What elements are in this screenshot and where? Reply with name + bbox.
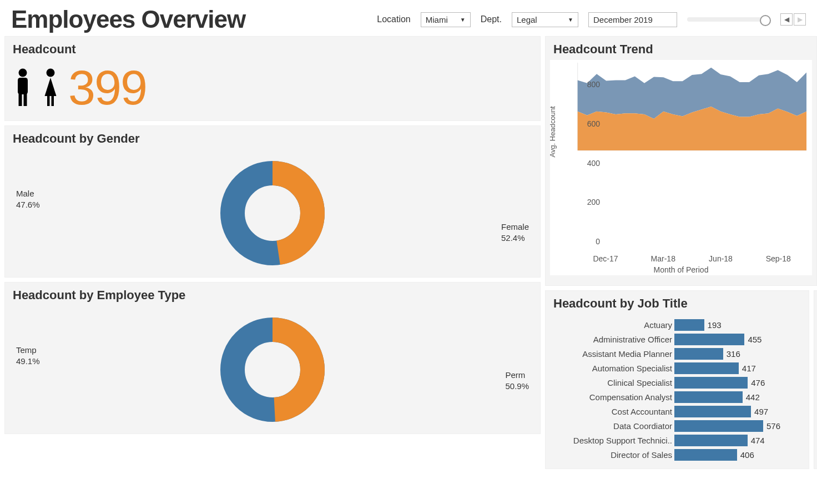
job-bar	[674, 334, 744, 345]
job-row[interactable]: Compensation Analyst442	[551, 390, 803, 404]
job-row[interactable]: Automation Specialist417	[551, 361, 803, 375]
panel-job-title: Headcount by Job Title Actuary193Adminis…	[545, 290, 809, 469]
jobs-title: Headcount by Job Title	[546, 291, 809, 314]
job-bar-wrap: 417	[674, 362, 803, 374]
page-title: Employees Overview	[11, 6, 245, 33]
emptype-donut-svg	[217, 314, 328, 425]
job-bar	[674, 420, 763, 432]
job-name: Automation Specialist	[551, 364, 672, 373]
male-label: Male	[16, 189, 34, 198]
emptype-donut[interactable]: Temp 49.1% Perm 50.9%	[5, 306, 540, 434]
panel-gender: Headcount by Gender Male 47.6% Female 52…	[4, 125, 541, 278]
period-slider[interactable]	[687, 17, 770, 22]
dept-label: Dept.	[481, 14, 502, 24]
temp-label: Temp	[16, 345, 37, 355]
xtick: Mar-18	[651, 254, 675, 263]
job-bar-wrap: 193	[674, 319, 803, 331]
job-name: Director of Sales	[551, 450, 672, 460]
job-row[interactable]: Clinical Specialist476	[551, 375, 803, 390]
grade-title: Headcount by Grade	[814, 291, 817, 314]
job-bar-wrap: 406	[674, 449, 803, 461]
job-bar-wrap: 474	[674, 435, 803, 446]
job-bar	[674, 406, 751, 417]
job-bar	[674, 377, 748, 389]
job-bar	[674, 362, 739, 374]
svg-rect-3	[18, 78, 28, 94]
job-bar	[674, 348, 723, 360]
ytick: 0	[572, 237, 600, 246]
female-icon	[41, 68, 60, 108]
job-name: Administrative Officer	[551, 335, 672, 344]
job-row[interactable]: Assistant Media Planner316	[551, 346, 803, 361]
location-label: Location	[377, 14, 411, 24]
period-value: December 2019	[593, 15, 653, 24]
jobs-chart[interactable]: Actuary193Administrative Officer455Assis…	[546, 314, 809, 462]
job-row[interactable]: Data Coordiator576	[551, 419, 803, 433]
job-value: 455	[748, 335, 761, 344]
location-dropdown[interactable]: Miami ▼	[421, 12, 471, 27]
trend-chart[interactable]: Avg. Headcount 0200400600800 Dec-17Mar-1…	[550, 60, 812, 275]
panel-employee-type: Headcount by Employee Type Temp 49.1% Pe…	[4, 282, 541, 434]
job-name: Actuary	[551, 320, 672, 330]
female-pct: 52.4%	[501, 233, 525, 243]
job-value: 316	[727, 349, 740, 359]
svg-rect-8	[52, 94, 54, 106]
job-name: Assistant Media Planner	[551, 349, 672, 359]
job-row[interactable]: Director of Sales406	[551, 447, 803, 462]
gender-title: Headcount by Gender	[5, 126, 540, 149]
job-value: 576	[766, 421, 780, 431]
job-bar	[674, 391, 743, 403]
perm-label: Perm	[505, 370, 525, 380]
svg-rect-4	[19, 93, 22, 106]
job-value: 417	[742, 364, 756, 373]
job-name: Compensation Analyst	[551, 392, 672, 402]
temp-pct: 49.1%	[16, 356, 40, 366]
job-bar-wrap: 455	[674, 334, 803, 345]
period-dropdown[interactable]: December 2019	[588, 12, 677, 27]
kpi-value: 399	[68, 65, 147, 109]
svg-rect-5	[24, 93, 27, 106]
ytick: 200	[572, 198, 600, 206]
chevron-down-icon: ▼	[568, 17, 573, 23]
job-bar-wrap: 576	[674, 420, 803, 432]
svg-point-2	[19, 68, 27, 77]
gender-donut[interactable]: Male 47.6% Female 52.4%	[5, 149, 540, 277]
job-bar	[674, 319, 704, 331]
temp-label-block: Temp 49.1%	[16, 345, 40, 366]
female-label: Female	[501, 222, 529, 231]
ytick: 400	[572, 159, 600, 168]
male-pct: 47.6%	[16, 200, 40, 209]
job-value: 193	[708, 320, 722, 330]
job-name: Data Coordiator	[551, 421, 672, 431]
male-icon	[13, 68, 33, 108]
job-value: 442	[746, 392, 760, 402]
ytick: 800	[572, 80, 600, 89]
trend-area-svg	[550, 60, 812, 167]
job-value: 406	[740, 450, 754, 460]
gender-donut-svg	[217, 158, 328, 269]
job-value: 497	[754, 407, 768, 416]
ytick: 600	[572, 119, 600, 128]
job-name: Desktop Support Technici..	[551, 436, 672, 445]
job-row[interactable]: Administrative Officer455	[551, 332, 803, 346]
job-bar-wrap: 476	[674, 377, 803, 389]
nav-buttons: ◀ ▶	[780, 13, 806, 26]
xtick: Sep-18	[766, 254, 791, 263]
job-bar-wrap: 442	[674, 391, 803, 403]
job-row[interactable]: Cost Accountant497	[551, 404, 803, 419]
header-bar: Employees Overview Location Miami ▼ Dept…	[0, 0, 817, 36]
job-value: 476	[751, 378, 765, 387]
prev-button[interactable]: ◀	[780, 13, 793, 26]
dept-dropdown[interactable]: Legal ▼	[512, 12, 578, 27]
emptype-title: Headcount by Employee Type	[5, 283, 540, 306]
job-row[interactable]: Desktop Support Technici..474	[551, 433, 803, 447]
job-row[interactable]: Actuary193	[551, 317, 803, 332]
next-button[interactable]: ▶	[794, 13, 806, 26]
perm-pct: 50.9%	[505, 381, 529, 391]
perm-label-block: Perm 50.9%	[505, 370, 529, 391]
panel-headcount-trend: Headcount Trend Avg. Headcount 020040060…	[545, 36, 817, 286]
job-name: Cost Accountant	[551, 407, 672, 416]
svg-rect-7	[47, 94, 50, 106]
trend-xlabel: Month of Period	[654, 265, 709, 274]
trend-title: Headcount Trend	[546, 37, 816, 60]
